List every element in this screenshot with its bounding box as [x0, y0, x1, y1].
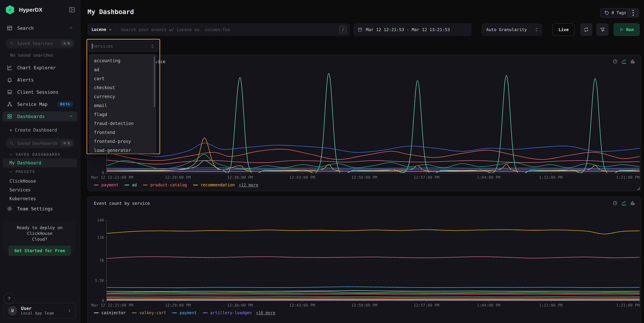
preset-kubernetes[interactable]: Kubernetes: [3, 194, 77, 203]
time-history-icon[interactable]: [612, 59, 618, 64]
refresh-icon: [584, 27, 589, 32]
section-saved-dashboards[interactable]: SAVED DASHBOARDS: [9, 153, 60, 157]
chevron-up-icon: [68, 114, 73, 119]
legend-item[interactable]: cainjector: [94, 310, 126, 315]
bar-chart-type-icon[interactable]: [630, 59, 635, 64]
x-tick-mark: [107, 173, 107, 175]
service-option[interactable]: ad: [90, 65, 156, 74]
sidebar-item-client-sessions[interactable]: Client Sessions: [3, 87, 77, 97]
live-button[interactable]: Live: [552, 23, 575, 36]
service-option[interactable]: frontend: [90, 128, 156, 137]
service-option[interactable]: accounting: [90, 56, 156, 65]
sidebar-item-label: Team Settings: [17, 206, 73, 211]
event-search-input[interactable]: Lucene Search your events w/ Lucene ex. …: [88, 23, 350, 36]
preset-services[interactable]: Services: [3, 185, 77, 194]
legend-label: product-catalog: [150, 183, 187, 187]
saved-dashboards-input[interactable]: Saved Dashboards ⌘ K: [6, 138, 75, 148]
granularity-select[interactable]: Auto Granularity: [482, 23, 542, 36]
x-tick-label: 12:50:00 PM: [352, 175, 377, 180]
legend-item[interactable]: ad: [124, 183, 137, 187]
chart-plot-area[interactable]: Mar 12 12:21:00 PM12:29:00 PM12:36:00 PM…: [106, 220, 640, 301]
sidebar-item-dashboards[interactable]: Dashboards: [3, 111, 77, 121]
sidebar-item-search[interactable]: Search: [3, 23, 77, 33]
sidebar-item-team-settings[interactable]: Team Settings: [3, 204, 77, 214]
sidebar-item-chart-explorer[interactable]: Chart Explorer: [3, 63, 77, 73]
line-chart-type-icon[interactable]: [621, 59, 626, 64]
search-table-icon: [7, 25, 12, 31]
text-caret: [92, 44, 92, 49]
saved-searches-placeholder: Saved Searches: [17, 41, 61, 46]
x-tick-label: 12:43:00 PM: [289, 303, 315, 307]
filter-button[interactable]: [596, 23, 608, 36]
service-option[interactable]: currency: [90, 92, 156, 101]
time-range-value: Mar 12 12:21:53 - Mar 12 13:21:53: [366, 27, 450, 32]
legend-item[interactable]: artillery-loadgen: [203, 310, 252, 315]
dropdown-scrollbar[interactable]: [154, 57, 155, 107]
service-option[interactable]: flagd: [90, 110, 156, 119]
legend-item[interactable]: payment: [172, 310, 197, 315]
time-history-icon[interactable]: [612, 201, 618, 206]
legend-item[interactable]: recommendation: [193, 183, 235, 187]
series-payment: [107, 287, 640, 288]
chart-canvas[interactable]: [107, 70, 640, 173]
user-menu[interactable]: U User Local App Team: [4, 303, 76, 318]
sidebar: ⚡ HyperDX Search Saved Searches ⌘ K No s…: [0, 0, 80, 323]
y-tick-mark: [105, 220, 107, 220]
chevron-up-icon: [68, 26, 73, 31]
run-button[interactable]: Run: [614, 23, 640, 36]
x-tick-mark: [551, 173, 551, 175]
service-option[interactable]: frontend-proxy: [90, 137, 156, 146]
chevron-right-icon: [67, 308, 72, 313]
create-dashboard-button[interactable]: + Create Dashboard: [10, 128, 57, 133]
sidebar-item-service-map[interactable]: Service Map BETA: [3, 99, 77, 109]
legend-item[interactable]: payment: [94, 183, 118, 187]
more-options-button[interactable]: [627, 8, 639, 18]
service-option[interactable]: fraud-detection: [90, 119, 156, 128]
y-tick-mark: [105, 301, 107, 301]
sidebar-item-alerts[interactable]: Alerts: [3, 75, 77, 85]
legend-item[interactable]: product-catalog: [143, 183, 187, 187]
legend-item[interactable]: valkey-cart: [132, 310, 166, 315]
app-window: ⚡ HyperDX Search Saved Searches ⌘ K No s…: [0, 0, 644, 323]
dots-vertical-icon: [632, 10, 634, 16]
y-tick-mark: [105, 173, 107, 173]
collapse-sidebar-icon: [68, 7, 75, 13]
chart-plot-area[interactable]: Mar 12 12:21:00 PM12:29:00 PM12:36:00 PM…: [106, 70, 640, 173]
sidebar-dashboard-my-dashboard[interactable]: My Dashboard: [3, 158, 77, 167]
chart-canvas[interactable]: [107, 220, 640, 301]
search-icon: [10, 41, 14, 46]
main-content: My Dashboard 0 Tags Lucene Search your e…: [80, 0, 644, 323]
help-button[interactable]: ?: [4, 293, 15, 304]
brand-name: HyperDX: [19, 7, 68, 13]
collapse-sidebar-button[interactable]: [68, 6, 76, 14]
service-option[interactable]: email: [90, 101, 156, 110]
y-tick-label: 3.5K: [95, 278, 104, 283]
preset-clickhouse[interactable]: ClickHouse: [3, 177, 77, 186]
legend-swatch: [193, 185, 198, 185]
x-tick-mark: [364, 173, 364, 175]
series-other-3: [107, 290, 640, 291]
line-chart-type-icon[interactable]: [621, 201, 626, 206]
service-option[interactable]: cart: [90, 74, 156, 83]
services-filter-input[interactable]: Services: [88, 41, 158, 52]
section-presets[interactable]: PRESETS: [9, 170, 35, 174]
refresh-button[interactable]: [580, 23, 592, 36]
x-tick-mark: [426, 173, 427, 175]
legend-more-link[interactable]: +12 more: [239, 183, 258, 187]
bar-chart-type-icon[interactable]: [630, 201, 635, 206]
tags-button[interactable]: 0 Tags: [600, 8, 630, 18]
legend-swatch: [132, 312, 137, 313]
legend-more-link[interactable]: +16 more: [256, 310, 275, 315]
service-option[interactable]: checkout: [90, 83, 156, 92]
x-tick-mark: [107, 301, 107, 302]
saved-searches-shortcut: ⌘ K: [61, 41, 73, 47]
panel-resize-handle[interactable]: [637, 187, 640, 190]
query-language-select[interactable]: Lucene: [88, 23, 117, 36]
saved-searches-input[interactable]: Saved Searches ⌘ K: [6, 39, 75, 48]
service-option[interactable]: load-generator: [90, 146, 156, 154]
x-tick-mark: [488, 173, 489, 175]
time-range-picker[interactable]: Mar 12 12:21:53 - Mar 12 13:21:53: [354, 23, 472, 36]
x-tick-label: 1:11:00 PM: [539, 303, 562, 307]
chart-legend: paymentadproduct-catalogrecommendation+1…: [94, 183, 634, 187]
get-started-button[interactable]: Get Started for Free: [8, 245, 71, 256]
